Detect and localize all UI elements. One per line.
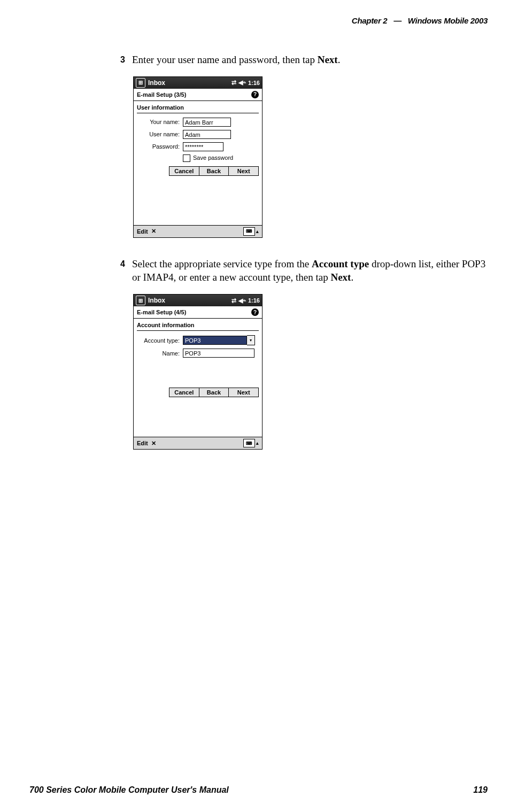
help-icon[interactable]: ? — [251, 308, 259, 316]
chevron-up-icon[interactable]: ▴ — [256, 440, 259, 446]
step-3-text-b: . — [338, 54, 341, 65]
start-icon[interactable]: ⊞ — [136, 78, 145, 88]
help-icon[interactable]: ? — [251, 91, 259, 98]
footer-manual-title: 700 Series Color Mobile Computer User's … — [29, 785, 229, 795]
speaker-icon[interactable]: ◀𝄐 — [238, 79, 246, 86]
step-4-text-a: Select the appropriate service type from… — [132, 258, 312, 269]
name-label: Name: — [137, 350, 183, 357]
step-3-bold: Next — [318, 54, 338, 65]
header-chapter: Chapter — [352, 16, 381, 25]
account-type-label: Account type: — [137, 337, 183, 344]
close-icon[interactable]: ✕ — [151, 228, 156, 235]
step-4-bold-1: Account type — [312, 258, 369, 269]
clock-time-1[interactable]: 1:16 — [248, 80, 260, 86]
page-footer: 700 Series Color Mobile Computer User's … — [29, 785, 488, 795]
bottom-bar-1: Edit ✕ ⌨ ▴ — [134, 225, 262, 237]
chevron-down-icon[interactable]: ▾ — [247, 335, 255, 345]
next-button[interactable]: Next — [228, 388, 259, 397]
subtitle-bar-1: E-mail Setup (3/5) ? — [134, 89, 262, 101]
setup-step-label-1: E-mail Setup (3/5) — [137, 91, 186, 98]
cancel-button[interactable]: Cancel — [169, 388, 199, 397]
step-3-text-a: Enter your user name and password, then … — [132, 54, 318, 65]
keyboard-icon[interactable]: ⌨ — [243, 439, 255, 447]
step-4-number: 4 — [120, 257, 132, 284]
footer-page-number: 119 — [473, 785, 488, 795]
page-header: Chapter 2 — Windows Mobile 2003 — [29, 16, 488, 25]
chevron-up-icon[interactable]: ▴ — [256, 229, 259, 234]
header-chapter-num: 2 — [383, 16, 387, 25]
close-icon[interactable]: ✕ — [151, 440, 156, 447]
bottom-bar-2: Edit ✕ ⌨ ▴ — [134, 437, 262, 449]
subtitle-bar-2: E-mail Setup (4/5) ? — [134, 306, 262, 319]
section-user-info: User information — [137, 104, 259, 111]
your-name-label: Your name: — [137, 119, 183, 125]
cancel-button[interactable]: Cancel — [169, 166, 199, 176]
user-name-input[interactable]: Adam — [183, 130, 231, 139]
app-title-1: Inbox — [148, 79, 165, 87]
password-label: Password: — [137, 143, 183, 150]
user-name-label: User name: — [137, 131, 183, 137]
step-4-text-c: . — [351, 272, 353, 283]
save-password-row[interactable]: Save password — [183, 154, 259, 162]
password-input[interactable]: ******** — [183, 142, 223, 151]
back-button[interactable]: Back — [199, 166, 229, 176]
save-password-label: Save password — [193, 154, 233, 161]
account-type-select[interactable]: POP3 — [183, 336, 247, 345]
edit-menu[interactable]: Edit — [137, 228, 148, 235]
clock-time-2[interactable]: 1:16 — [248, 297, 260, 304]
keyboard-icon[interactable]: ⌨ — [243, 227, 255, 236]
speaker-icon[interactable]: ◀𝄐 — [238, 297, 246, 304]
header-title: Windows Mobile 2003 — [408, 16, 488, 25]
section-account-info: Account information — [137, 322, 259, 328]
connectivity-icon[interactable]: ⇄ — [232, 79, 236, 86]
device-screenshot-2: ⊞ Inbox ⇄ ◀𝄐 1:16 E-mail Setup (4/5) ? A… — [133, 294, 263, 450]
back-button[interactable]: Back — [199, 388, 229, 397]
your-name-input[interactable]: Adam Barr — [183, 118, 231, 127]
step-4-text: Select the appropriate service type from… — [132, 257, 489, 284]
edit-menu[interactable]: Edit — [137, 440, 148, 446]
step-3-text: Enter your user name and password, then … — [132, 53, 340, 67]
step-3: 3 Enter your user name and password, the… — [120, 53, 489, 67]
name-input[interactable]: POP3 — [183, 349, 254, 358]
next-button[interactable]: Next — [228, 166, 259, 176]
step-3-number: 3 — [120, 53, 132, 67]
save-password-checkbox[interactable] — [183, 154, 190, 162]
header-separator: — — [393, 16, 402, 25]
device-screenshot-1: ⊞ Inbox ⇄ ◀𝄐 1:16 E-mail Setup (3/5) ? U… — [133, 76, 263, 238]
step-4: 4 Select the appropriate service type fr… — [120, 257, 489, 284]
titlebar-1: ⊞ Inbox ⇄ ◀𝄐 1:16 — [134, 77, 262, 89]
app-title-2: Inbox — [148, 297, 165, 304]
titlebar-2: ⊞ Inbox ⇄ ◀𝄐 1:16 — [134, 295, 262, 306]
connectivity-icon[interactable]: ⇄ — [232, 297, 236, 304]
start-icon[interactable]: ⊞ — [136, 296, 145, 305]
setup-step-label-2: E-mail Setup (4/5) — [137, 309, 186, 315]
step-4-bold-2: Next — [330, 272, 351, 283]
